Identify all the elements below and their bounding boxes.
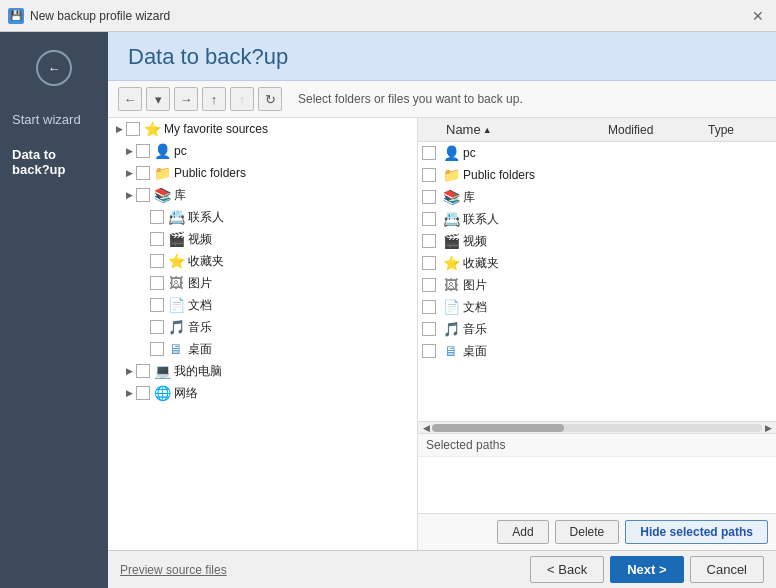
person-icon: 👤 (153, 142, 171, 160)
selected-paths-header: Selected paths (418, 434, 776, 457)
up-button[interactable]: ↑ (202, 87, 226, 111)
checkbox-mypc[interactable] (136, 364, 150, 378)
hide-selected-paths-button[interactable]: Hide selected paths (625, 520, 768, 544)
item-label: 联系人 (463, 211, 499, 228)
close-button[interactable]: ✕ (748, 6, 768, 26)
list-item[interactable]: ▶ 💻 我的电脑 (108, 360, 417, 382)
item-label: 文档 (188, 297, 212, 314)
checkbox-pc[interactable] (136, 144, 150, 158)
scrollbar-track[interactable] (432, 424, 762, 432)
table-row[interactable]: 🖥 桌面 (418, 340, 776, 362)
item-label: 视频 (463, 233, 487, 250)
table-row[interactable]: 📚 库 (418, 186, 776, 208)
refresh-button[interactable]: ↻ (258, 87, 282, 111)
action-bar: Add Delete Hide selected paths (418, 513, 776, 550)
checkbox-r-contacts[interactable] (422, 212, 436, 226)
item-label: 联系人 (188, 209, 224, 226)
checkbox-my-favorite[interactable] (126, 122, 140, 136)
item-label: 文档 (463, 299, 487, 316)
sidebar-item-start-wizard[interactable]: Start wizard (0, 102, 108, 137)
checkbox-r-lib[interactable] (422, 190, 436, 204)
expand-icon: ▶ (122, 188, 136, 202)
scroll-right-arrow[interactable]: ▶ (762, 422, 774, 434)
checkbox-r-desktop[interactable] (422, 344, 436, 358)
sidebar-start-wizard-label: Start wizard (12, 112, 81, 127)
list-item[interactable]: ▶ 🌐 网络 (108, 382, 417, 404)
checkbox-r-music[interactable] (422, 322, 436, 336)
checkbox-music[interactable] (150, 320, 164, 334)
selected-paths-section: Selected paths (418, 433, 776, 513)
toolbar: ← ▾ → ↑ ↑ ↻ Select folders or files you … (108, 81, 776, 118)
checkbox-r-favorites[interactable] (422, 256, 436, 270)
table-header: Name ▲ Modified Type (418, 118, 776, 142)
left-tree-panel[interactable]: ▶ ⭐ My favorite sources ▶ 👤 pc ▶ 📁 (108, 118, 418, 550)
list-item[interactable]: ▶ 👤 pc (108, 140, 417, 162)
checkbox-r-pc[interactable] (422, 146, 436, 160)
right-section: Name ▲ Modified Type 👤 pc (418, 118, 776, 550)
cancel-button[interactable]: Cancel (690, 556, 764, 583)
folder-icon: 📁 (153, 164, 171, 182)
right-panel[interactable]: 👤 pc 📁 Public folders (418, 142, 776, 421)
checkbox-r-images[interactable] (422, 278, 436, 292)
up2-button[interactable]: ↑ (230, 87, 254, 111)
checkbox-favorites[interactable] (150, 254, 164, 268)
table-row[interactable]: 🎬 视频 (418, 230, 776, 252)
library-icon: 📚 (442, 188, 460, 206)
item-label: Public folders (174, 166, 246, 180)
back-button[interactable]: ← (118, 87, 142, 111)
list-item[interactable]: 🎬 视频 (108, 228, 417, 250)
folder-icon: 📁 (442, 166, 460, 184)
checkbox-public-folders[interactable] (136, 166, 150, 180)
checkbox-network[interactable] (136, 386, 150, 400)
list-item[interactable]: 📄 文档 (108, 294, 417, 316)
checkbox-contacts[interactable] (150, 210, 164, 224)
list-item[interactable]: 🖼 图片 (108, 272, 417, 294)
item-label: 我的电脑 (174, 363, 222, 380)
checkbox-video[interactable] (150, 232, 164, 246)
table-row[interactable]: 📇 联系人 (418, 208, 776, 230)
checkbox-r-docs[interactable] (422, 300, 436, 314)
checkbox-docs[interactable] (150, 298, 164, 312)
dropdown-button[interactable]: ▾ (146, 87, 170, 111)
back-nav-button[interactable]: < Back (530, 556, 604, 583)
delete-button[interactable]: Delete (555, 520, 620, 544)
network-icon: 🌐 (153, 384, 171, 402)
table-row[interactable]: 👤 pc (418, 142, 776, 164)
list-item[interactable]: 🎵 音乐 (108, 316, 417, 338)
document-icon: 📄 (442, 298, 460, 316)
list-item[interactable]: ▶ 📁 Public folders (108, 162, 417, 184)
table-row[interactable]: 🖼 图片 (418, 274, 776, 296)
list-item[interactable]: 📇 联系人 (108, 206, 417, 228)
checkbox-desktop[interactable] (150, 342, 164, 356)
table-row[interactable]: ⭐ 收藏夹 (418, 252, 776, 274)
title-bar-left: 💾 New backup profile wizard (8, 8, 170, 24)
table-row[interactable]: 📄 文档 (418, 296, 776, 318)
person-icon: 👤 (442, 144, 460, 162)
expand-icon (136, 342, 150, 356)
list-item[interactable]: 🖥 桌面 (108, 338, 417, 360)
sidebar-back-button[interactable]: ← (36, 50, 72, 86)
item-label: 视频 (188, 231, 212, 248)
list-item[interactable]: ▶ 📚 库 (108, 184, 417, 206)
preview-source-files-link[interactable]: Preview source files (120, 563, 227, 577)
app-icon: 💾 (8, 8, 24, 24)
next-button[interactable]: Next > (610, 556, 683, 583)
expand-icon: ▶ (122, 166, 136, 180)
horizontal-scrollbar[interactable]: ◀ ▶ (418, 421, 776, 433)
scrollbar-thumb[interactable] (432, 424, 564, 432)
table-row[interactable]: 🎵 音乐 (418, 318, 776, 340)
add-button[interactable]: Add (497, 520, 548, 544)
col-check (422, 146, 442, 160)
contacts-icon: 📇 (167, 208, 185, 226)
item-label: Public folders (463, 168, 535, 182)
list-item[interactable]: ⭐ 收藏夹 (108, 250, 417, 272)
checkbox-r-public[interactable] (422, 168, 436, 182)
forward-button[interactable]: → (174, 87, 198, 111)
sidebar-item-data-to-backup[interactable]: Data to back?up (0, 137, 108, 187)
checkbox-lib[interactable] (136, 188, 150, 202)
checkbox-images[interactable] (150, 276, 164, 290)
checkbox-r-video[interactable] (422, 234, 436, 248)
list-item[interactable]: ▶ ⭐ My favorite sources (108, 118, 417, 140)
table-row[interactable]: 📁 Public folders (418, 164, 776, 186)
scroll-left-arrow[interactable]: ◀ (420, 422, 432, 434)
